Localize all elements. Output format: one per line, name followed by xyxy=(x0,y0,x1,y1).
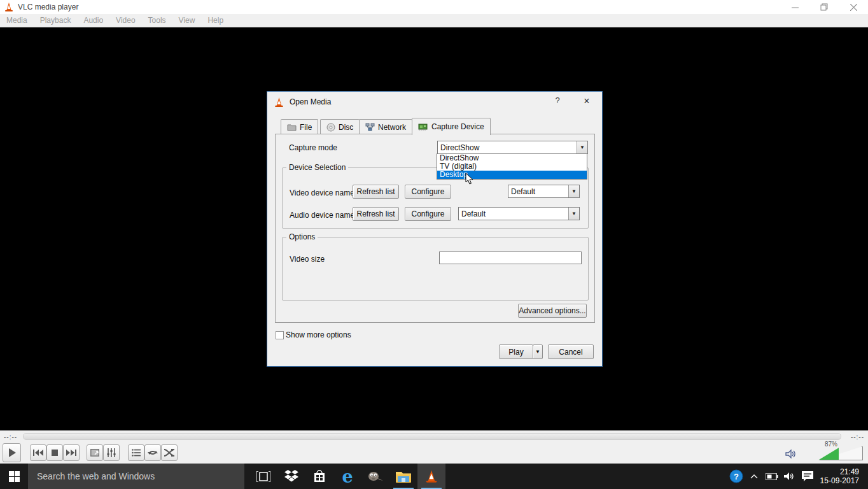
dialog-help-button[interactable]: ? xyxy=(549,96,566,108)
menu-tools[interactable]: Tools xyxy=(142,16,172,25)
options-group: Options Video size xyxy=(282,237,589,301)
play-button[interactable]: Play xyxy=(499,344,533,359)
edge-icon: e xyxy=(342,468,353,485)
shuffle-button[interactable] xyxy=(161,444,178,461)
show-more-options-checkbox[interactable] xyxy=(276,331,284,339)
volume-control[interactable]: 87% xyxy=(802,443,863,462)
player-controls-bar: --:-- --:-- 87% xyxy=(0,430,868,464)
menu-audio[interactable]: Audio xyxy=(77,16,109,25)
mouse-cursor xyxy=(465,173,474,185)
previous-icon xyxy=(33,450,43,456)
menu-video[interactable]: Video xyxy=(109,16,141,25)
loop-button[interactable] xyxy=(144,444,161,461)
capture-mode-combobox[interactable]: DirectShow ▼ xyxy=(437,141,588,154)
clock-time: 21:49 xyxy=(820,467,859,476)
tab-capture-device[interactable]: Capture Device xyxy=(412,118,491,135)
window-title: VLC media player xyxy=(18,3,78,11)
taskbar-file-explorer[interactable] xyxy=(389,464,417,489)
menu-media[interactable]: Media xyxy=(0,16,34,25)
tray-battery[interactable] xyxy=(764,473,780,480)
clock-date: 15-09-2017 xyxy=(820,476,859,485)
stop-button[interactable] xyxy=(46,444,63,461)
tray-chevron-up[interactable] xyxy=(746,474,762,479)
extended-settings-button[interactable] xyxy=(103,444,120,461)
video-size-label: Video size xyxy=(290,255,325,264)
capture-device-icon xyxy=(418,123,428,131)
video-size-input[interactable] xyxy=(439,252,582,264)
fullscreen-button[interactable] xyxy=(87,444,103,461)
taskbar-clock[interactable]: 21:49 15-09-2017 xyxy=(818,467,864,485)
search-input[interactable] xyxy=(28,471,244,481)
video-device-combobox[interactable]: Default ▼ xyxy=(508,185,580,198)
fullscreen-icon xyxy=(90,449,99,457)
volume-percent-label: 87% xyxy=(825,441,837,448)
vlc-cone-icon xyxy=(424,469,438,484)
menu-help[interactable]: Help xyxy=(201,16,230,25)
chevron-down-icon: ▼ xyxy=(577,141,587,153)
open-media-dialog: Open Media ? × File Disc Network Capture… xyxy=(267,91,603,367)
file-explorer-icon xyxy=(396,471,411,483)
task-view-button[interactable] xyxy=(249,464,277,489)
advanced-options-button[interactable]: Advanced options... xyxy=(518,304,587,318)
speaker-icon xyxy=(784,472,795,481)
play-pause-button[interactable] xyxy=(3,443,21,462)
dialog-title: Open Media xyxy=(290,97,331,106)
svg-text:?: ? xyxy=(734,472,739,481)
speaker-icon xyxy=(785,449,797,459)
tab-network[interactable]: Network xyxy=(359,119,412,134)
help-icon: ? xyxy=(729,469,743,483)
taskbar-dropbox[interactable] xyxy=(277,464,305,489)
tray-action-center[interactable] xyxy=(800,471,815,481)
disc-icon xyxy=(326,123,335,132)
start-button[interactable] xyxy=(0,464,28,489)
playlist-button[interactable] xyxy=(128,444,144,461)
shuffle-icon xyxy=(164,449,174,457)
restore-button[interactable] xyxy=(809,0,839,14)
cancel-button[interactable]: Cancel xyxy=(548,344,594,359)
menu-view[interactable]: View xyxy=(172,16,202,25)
play-icon xyxy=(8,448,17,458)
dialog-titlebar: Open Media ? × xyxy=(267,92,602,112)
seek-bar[interactable] xyxy=(23,433,841,440)
tray-help-button[interactable]: ? xyxy=(729,469,744,483)
menubar: Media Playback Audio Video Tools View He… xyxy=(0,14,868,27)
taskbar-gimp[interactable] xyxy=(361,464,389,489)
next-button[interactable] xyxy=(63,444,80,461)
video-configure-button[interactable]: Configure xyxy=(405,185,451,199)
tab-file[interactable]: File xyxy=(281,119,318,134)
previous-button[interactable] xyxy=(30,444,46,461)
dropdown-option-desktop[interactable]: Desktop xyxy=(437,171,587,179)
stop-icon xyxy=(52,450,58,456)
tray-volume[interactable] xyxy=(782,472,797,481)
capture-mode-dropdown-list: DirectShow TV (digital) Desktop xyxy=(437,153,587,180)
audio-configure-button[interactable]: Configure xyxy=(405,207,451,221)
play-dropdown-button[interactable]: ▼ xyxy=(533,344,543,359)
playlist-icon xyxy=(132,449,141,457)
tab-disc[interactable]: Disc xyxy=(320,119,360,134)
battery-icon xyxy=(766,473,778,480)
minimize-button[interactable] xyxy=(780,0,809,14)
folder-icon xyxy=(287,124,297,131)
next-icon xyxy=(66,450,76,456)
menu-playback[interactable]: Playback xyxy=(34,16,78,25)
taskbar-edge[interactable]: e xyxy=(333,464,361,489)
show-more-options-label: Show more options xyxy=(286,330,351,339)
audio-device-combobox[interactable]: Default ▼ xyxy=(458,207,580,220)
taskbar-search[interactable] xyxy=(28,464,244,489)
dialog-close-button[interactable]: × xyxy=(578,96,596,108)
vlc-titlebar: VLC media player xyxy=(0,0,868,14)
vlc-cone-icon xyxy=(274,97,284,108)
windows-logo-icon xyxy=(9,471,20,482)
chevron-up-icon xyxy=(750,474,758,479)
gimp-icon xyxy=(368,471,383,482)
audio-device-label: Audio device name xyxy=(290,211,354,220)
taskbar-vlc[interactable] xyxy=(417,464,445,489)
store-icon xyxy=(313,470,326,483)
taskbar-store[interactable] xyxy=(305,464,333,489)
chevron-down-icon: ▼ xyxy=(568,208,579,220)
video-refresh-list-button[interactable]: Refresh list xyxy=(353,185,399,199)
loop-icon xyxy=(148,449,158,457)
audio-refresh-list-button[interactable]: Refresh list xyxy=(353,207,399,221)
capture-mode-label: Capture mode xyxy=(289,143,337,152)
close-button[interactable] xyxy=(839,0,868,14)
